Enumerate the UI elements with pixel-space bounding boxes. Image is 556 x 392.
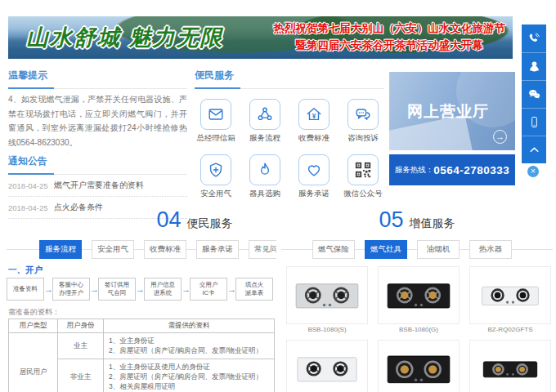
stove-image-white: [292, 350, 362, 387]
notice-item[interactable]: 2018-04-25 燃气开户需要准备的资料: [8, 175, 187, 197]
toolbar-close-button[interactable]: ×: [527, 166, 539, 177]
tab-gas-stoves[interactable]: 燃气灶具: [365, 240, 407, 259]
svg-text:¥: ¥: [312, 113, 316, 120]
notice-date: 2018-04-25: [8, 181, 54, 190]
service-item-wechat-qr[interactable]: 微信公众号: [342, 154, 384, 199]
service-item-appliance[interactable]: 器具选购: [244, 154, 286, 199]
flame-icon: [256, 161, 274, 179]
open-account-flowchart: 准备资料 → 客服中心 办理开户 → 签订供用 气合同 → 用户信息 进系统 →…: [7, 278, 273, 301]
stove-image-steel: [292, 277, 362, 314]
tab-faq[interactable]: 常见问题: [249, 240, 276, 259]
phone-button[interactable]: [522, 24, 546, 52]
mobile-button[interactable]: [522, 108, 546, 136]
side-toolbar: [522, 24, 546, 163]
section04-tabs: 服务流程 安全用气 收费标准 服务承诺 常见问题: [7, 240, 276, 258]
banner-announcement: 热烈祝贺第七届大别山（六安）山水文化旅游节 暨第四届六安茶谷开茶节活动盛大开幕: [260, 20, 513, 55]
flow-step: 准备资料: [7, 278, 44, 301]
tips-text: 4、如发现燃气泄漏，严禁开关任何电器设施、严禁在现场拨打电话，应立即关闭燃气阀门…: [8, 92, 187, 149]
tips-partial-line: 缴纳燃气费温馨提示：: [8, 149, 187, 153]
services-header: 便民服务: [195, 69, 384, 89]
online-hall-banner[interactable]: 网上营业厅 →: [389, 72, 515, 150]
price-icon: ¥: [305, 105, 323, 123]
materials-intro: 需准备的资料：: [8, 307, 60, 318]
tab-range-hood[interactable]: 油烟机: [417, 240, 460, 259]
product-card[interactable]: [469, 340, 551, 392]
process-icon: [256, 105, 274, 123]
table-row: 居民用户 业主 1、业主身份证 2、房屋证明（房产证/购房合同、发票/物业证明）: [9, 333, 275, 359]
product-card[interactable]: BSB-1080(G): [378, 266, 460, 333]
mobile-icon: [527, 115, 541, 129]
section05-title: 增值服务: [410, 216, 455, 231]
arrow-right-icon: →: [90, 284, 98, 294]
product-card[interactable]: [378, 340, 460, 392]
service-label: 总经理信箱: [195, 133, 237, 144]
service-item-pricing[interactable]: ¥ 收费标准: [293, 99, 335, 144]
back-to-top-icon: [527, 143, 541, 157]
announcement-line2: 暨第四届六安茶谷开茶节活动盛大开幕: [260, 38, 513, 55]
services-title: 便民服务: [195, 69, 234, 81]
mail-icon: [207, 105, 225, 123]
phone-icon: [527, 32, 541, 46]
banner-slogan: 山水舒城 魅力无限: [26, 23, 224, 52]
materials-table: 用户类型 用户身份 需提供的资料 居民用户 业主 1、业主身份证 2、房屋证明（…: [8, 318, 275, 392]
table-header-row: 用户类型 用户身份 需提供的资料: [9, 319, 275, 333]
cell-identity: 业主: [58, 333, 104, 359]
consult-icon: [354, 105, 372, 123]
flow-step: 签订供用 气合同: [98, 278, 136, 301]
stove-image-black: [475, 350, 545, 387]
service-item-mailbox[interactable]: 总经理信箱: [195, 99, 237, 144]
arrow-right-icon: →: [44, 284, 52, 294]
cell-user-type: 居民用户: [9, 333, 58, 392]
tab-safe-gas-use[interactable]: 安全用气: [92, 240, 134, 259]
product-card[interactable]: [286, 340, 368, 392]
tab-service-promise[interactable]: 服务承诺: [196, 240, 239, 259]
close-icon: ×: [531, 167, 536, 176]
services-column: 便民服务 总经理信箱 服务流程 ¥ 收费标准 咨询投诉: [195, 69, 384, 199]
product-model: BSB-1080(S): [286, 326, 368, 333]
tab-gas-insurance[interactable]: 燃气保险: [312, 240, 355, 259]
service-label: 咨询投诉: [342, 133, 384, 144]
service-label: 器具选购: [244, 189, 286, 199]
arrow-right-icon: →: [227, 284, 235, 294]
service-item-safety[interactable]: 安全用气: [195, 154, 237, 199]
service-label: 微信公众号: [342, 189, 384, 199]
product-card[interactable]: BZ-RQ02GFTS: [469, 266, 551, 333]
service-hotline-bar: 服务热线： 0564-2780333: [389, 154, 515, 185]
heart-icon: [305, 161, 323, 179]
section04-number: 04: [156, 207, 181, 233]
service-item-process[interactable]: 服务流程: [244, 99, 286, 144]
tab-water-heater[interactable]: 热水器: [469, 240, 512, 259]
th-user-type: 用户类型: [9, 319, 58, 333]
cell-materials: 1、业主身份证 2、房屋证明（房产证/购房合同、发票/物业证明）: [104, 333, 275, 359]
safety-icon: [207, 161, 225, 179]
hotline-label: 服务热线：: [395, 165, 434, 176]
notices-header: 通知公告: [8, 154, 187, 175]
service-label: 安全用气: [195, 189, 237, 199]
cell-materials: 1、业主身份证及使用人的身份证 2、房屋证明（房产证/购房合同、发票/物业证明）…: [104, 359, 275, 392]
flow-step: 填点火 派单表: [235, 278, 273, 301]
product-card[interactable]: BSB-1080(S): [286, 266, 368, 333]
flow-step: 交用户 IC卡: [190, 278, 227, 301]
service-label: 服务承诺: [293, 189, 335, 199]
back-to-top-button[interactable]: [522, 136, 546, 163]
tab-service-process[interactable]: 服务流程: [39, 240, 82, 259]
section04-title: 便民服务: [187, 216, 233, 231]
qq-icon: [527, 60, 541, 74]
section-convenient-services: 04 便民服务 服务流程 安全用气 收费标准 服务承诺 常见问题 一、开户 准备…: [7, 204, 276, 392]
left-column: 温馨提示 4、如发现燃气泄漏，严禁开关任何电器设施、严禁在现场拨打电话，应立即关…: [8, 69, 187, 219]
qq-button[interactable]: [522, 52, 546, 80]
tab-fee-standard[interactable]: 收费标准: [144, 240, 186, 259]
wechat-button[interactable]: [522, 80, 546, 108]
tips-content: 4、如发现燃气泄漏，严禁开关任何电器设施、严禁在现场拨打电话，应立即关闭燃气阀门…: [8, 92, 187, 153]
th-materials: 需提供的资料: [104, 319, 275, 333]
hero-banner[interactable]: 山水舒城 魅力无限 热烈祝贺第七届大别山（六安）山水文化旅游节 暨第四届六安茶谷…: [8, 16, 513, 59]
section04-heading: 04 便民服务: [88, 207, 276, 233]
qrcode-icon: [354, 161, 372, 179]
product-model: BSB-1080(G): [378, 326, 460, 333]
flow-step: 客服中心 办理开户: [52, 278, 90, 301]
service-item-consult[interactable]: 咨询投诉: [342, 99, 384, 144]
product-model: BZ-RQ02GFTS: [469, 326, 551, 333]
service-item-promise[interactable]: 服务承诺: [293, 154, 335, 199]
notices-title: 通知公告: [8, 155, 47, 167]
wechat-icon: [527, 87, 541, 101]
